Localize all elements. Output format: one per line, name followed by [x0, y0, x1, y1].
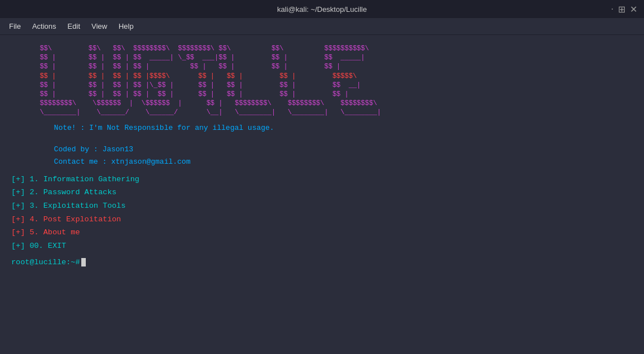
menu-opt-4: [+] 4. Post Exploitation — [11, 213, 633, 226]
menu-actions[interactable]: Actions — [28, 20, 61, 33]
menu-help[interactable]: Help — [114, 20, 138, 33]
ascii-art: $$\ $$\ $$\ $$$$$$$$\ $$$$$$$$\ $$\ $$\ … — [11, 44, 633, 117]
window-controls[interactable]: · ⊞ ✕ — [611, 4, 637, 15]
menu-edit[interactable]: Edit — [63, 20, 85, 33]
menu-opt-2: [+] 2. Password Attacks — [11, 186, 633, 199]
menu-view[interactable]: View — [87, 20, 112, 33]
menu-opt-5: [+] 5. About me — [11, 226, 633, 239]
menu-options: [+] 1. Information Gathering [+] 2. Pass… — [11, 173, 633, 253]
menu-opt-1: [+] 1. Information Gathering — [11, 173, 633, 186]
menu-bar: File Actions Edit View Help — [0, 18, 644, 35]
menu-file[interactable]: File — [5, 20, 25, 33]
terminal-prompt[interactable]: root@lucille:~# — [11, 257, 633, 268]
minimize-button[interactable]: · — [611, 4, 614, 15]
cursor-blink — [81, 258, 86, 266]
title-bar: kali@kali: ~/Desktop/Lucille · ⊞ ✕ — [0, 0, 644, 18]
maximize-button[interactable]: ⊞ — [618, 4, 625, 15]
terminal-body: $$\ $$\ $$\ $$$$$$$$\ $$$$$$$$\ $$\ $$\ … — [0, 35, 644, 354]
note-section: Note! : I'm Not Responsible for any ille… — [45, 122, 633, 134]
close-button[interactable]: ✕ — [630, 4, 637, 15]
menu-opt-00: [+] 00. EXIT — [11, 239, 633, 253]
window-title: kali@kali: ~/Desktop/Lucille — [277, 5, 367, 14]
note-details: Coded by : Jason13 Contact me : xtnjason… — [45, 143, 633, 168]
menu-opt-3: [+] 3. Exploitation Tools — [11, 199, 633, 213]
prompt-text: root@lucille:~# — [11, 257, 80, 268]
